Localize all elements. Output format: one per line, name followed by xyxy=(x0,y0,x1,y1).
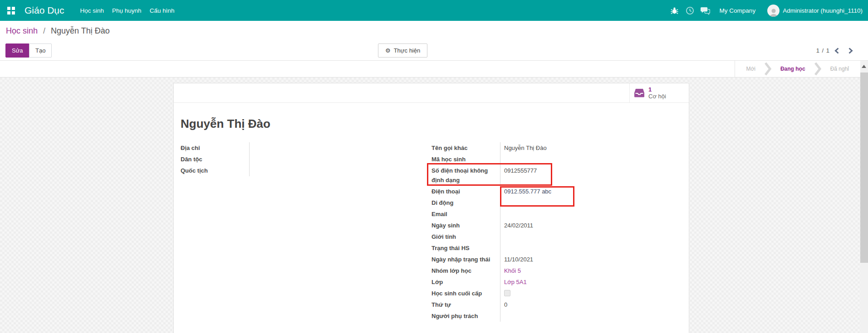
right-field-group: Tên gọi khác Nguyễn Thị Đào Mã học sinh … xyxy=(432,142,683,322)
breadcrumb-current: Nguyễn Thị Đào xyxy=(51,26,110,35)
field-label: Trạng thái HS xyxy=(432,242,500,254)
field-label: Thứ tự xyxy=(432,299,500,310)
field-row: Email xyxy=(432,208,683,220)
field-value xyxy=(500,154,683,165)
field-label: Người phụ trách xyxy=(432,310,500,322)
create-button[interactable]: Tạo xyxy=(29,43,52,58)
breadcrumb-separator: / xyxy=(43,26,45,35)
field-label: Mã học sinh xyxy=(432,154,500,165)
opportunities-smart-button[interactable]: 1 Cơ hội xyxy=(629,83,689,102)
field-value xyxy=(500,208,683,220)
scrollbar-up-arrow-icon[interactable] xyxy=(862,65,866,68)
checkbox-unchecked[interactable] xyxy=(504,290,510,296)
field-row: Mã học sinh xyxy=(432,154,683,165)
stage-arrow-icon xyxy=(765,62,771,76)
field-row: Thứ tự 0 xyxy=(432,299,683,310)
pager-next-button[interactable] xyxy=(843,43,857,58)
field-row: Người phụ trách xyxy=(432,310,683,322)
gear-icon: ⚙ xyxy=(385,47,391,54)
left-field-group: Địa chỉ Dân tộc Quốc tịch xyxy=(181,142,432,322)
field-value-phone[interactable]: 0912.555.777 abc xyxy=(500,186,683,197)
field-row: Học sinh cuối cấp xyxy=(432,288,683,299)
field-row: Ngày nhập trạng thái 11/10/2021 xyxy=(432,254,683,265)
field-value: Nguyễn Thị Đào xyxy=(500,142,683,154)
stage-dang-hoc[interactable]: Đang học xyxy=(771,66,814,72)
stage-da-nghi[interactable]: Đã nghỉ xyxy=(821,66,858,72)
form-sheet: 1 Cơ hội Nguyễn Thị Đào Địa chỉ Dân tộc … xyxy=(173,83,689,333)
field-row: Nhóm lớp học Khối 5 xyxy=(432,265,683,276)
field-label: Ngày nhập trạng thái xyxy=(432,254,500,265)
smart-button-count: 1 xyxy=(648,86,666,93)
field-row: Giới tính xyxy=(432,231,683,242)
field-value-link[interactable]: Khối 5 xyxy=(500,265,683,276)
field-value: 0912555777 xyxy=(500,165,683,186)
action-menu-button[interactable]: ⚙ Thực hiện xyxy=(378,43,427,58)
field-value-link[interactable]: Lớp 5A1 xyxy=(500,276,683,288)
user-menu[interactable]: Administrator (huunghi_1110) xyxy=(783,7,863,14)
field-value xyxy=(249,142,432,154)
top-navbar: Giáo Dục Học sinh Phụ huynh Cấu hình xyxy=(0,0,868,21)
activities-clock-icon[interactable] xyxy=(682,0,698,21)
field-value: 24/02/2011 xyxy=(500,220,683,231)
debug-bug-icon[interactable] xyxy=(667,0,682,21)
app-title: Giáo Dục xyxy=(25,5,64,16)
field-label: Tên gọi khác xyxy=(432,142,500,154)
menu-phu-huynh[interactable]: Phụ huynh xyxy=(108,0,146,21)
field-row: Tên gọi khác Nguyễn Thị Đào xyxy=(432,142,683,154)
stage-arrow-icon xyxy=(814,62,821,76)
field-label: Ngày sinh xyxy=(432,220,500,231)
pager: 1 / 1 xyxy=(816,43,857,58)
pager-value: 1 / 1 xyxy=(816,47,830,54)
smart-button-label: Cơ hội xyxy=(648,93,666,100)
main-menu: Học sinh Phụ huynh Cấu hình xyxy=(76,0,179,21)
scrollbar-thumb[interactable] xyxy=(860,72,868,263)
field-row: Quốc tịch xyxy=(181,165,432,176)
field-label: Quốc tịch xyxy=(181,165,249,176)
field-value xyxy=(500,231,683,242)
field-row: Ngày sinh 24/02/2011 xyxy=(432,220,683,231)
form-view-background: 1 Cơ hội Nguyễn Thị Đào Địa chỉ Dân tộc … xyxy=(0,77,868,333)
field-label: Dân tộc xyxy=(181,154,249,165)
statusbar: Mới Đang học Đã nghỉ xyxy=(0,61,868,77)
field-row: Trạng thái HS xyxy=(432,242,683,254)
action-menu-label: Thực hiện xyxy=(394,47,421,54)
field-value xyxy=(500,288,683,299)
inbox-icon xyxy=(634,88,645,98)
user-avatar[interactable] xyxy=(767,5,780,17)
field-value: 0 xyxy=(500,299,683,310)
pager-previous-button[interactable] xyxy=(830,43,843,58)
stage-moi[interactable]: Mới xyxy=(737,66,765,72)
record-title: Nguyễn Thị Đào xyxy=(181,117,270,131)
field-label: Email xyxy=(432,208,500,220)
messages-chat-icon[interactable] xyxy=(698,0,713,21)
field-value xyxy=(500,242,683,254)
menu-hoc-sinh[interactable]: Học sinh xyxy=(76,0,108,21)
field-label: Số điện thoại không định dạng xyxy=(432,165,500,186)
action-buttons-row: Sửa Tạo ⚙ Thực hiện 1 / 1 xyxy=(0,41,868,61)
field-row: Số điện thoại không định dạng 0912555777 xyxy=(432,165,683,186)
stage-buttons: Mới Đang học Đã nghỉ xyxy=(735,61,858,77)
field-label: Điện thoại xyxy=(432,186,500,197)
field-label: Di động xyxy=(432,197,500,208)
apps-grid-icon xyxy=(7,7,15,14)
breadcrumb: Học sinh / Nguyễn Thị Đào xyxy=(6,26,110,36)
field-row: Địa chỉ xyxy=(181,142,432,154)
control-panel: Học sinh / Nguyễn Thị Đào xyxy=(0,21,868,41)
field-label: Học sinh cuối cấp xyxy=(432,288,500,299)
field-row: Di động xyxy=(432,197,683,208)
edit-button[interactable]: Sửa xyxy=(5,43,29,58)
field-label: Giới tính xyxy=(432,231,500,242)
form-fields: Địa chỉ Dân tộc Quốc tịch Tên gọi khác N… xyxy=(181,142,683,322)
field-value: 11/10/2021 xyxy=(500,254,683,265)
field-label: Địa chỉ xyxy=(181,142,249,154)
navbar-right: My Company Administrator (huunghi_1110) xyxy=(667,0,868,21)
apps-menu-button[interactable] xyxy=(0,0,22,21)
breadcrumb-parent-link[interactable]: Học sinh xyxy=(6,26,38,35)
menu-cau-hinh[interactable]: Cấu hình xyxy=(146,0,179,21)
field-value xyxy=(249,154,432,165)
company-switcher[interactable]: My Company xyxy=(720,7,756,14)
vertical-scrollbar[interactable] xyxy=(860,61,868,333)
field-value xyxy=(500,197,683,208)
field-row: Lớp Lớp 5A1 xyxy=(432,276,683,288)
field-label: Lớp xyxy=(432,276,500,288)
